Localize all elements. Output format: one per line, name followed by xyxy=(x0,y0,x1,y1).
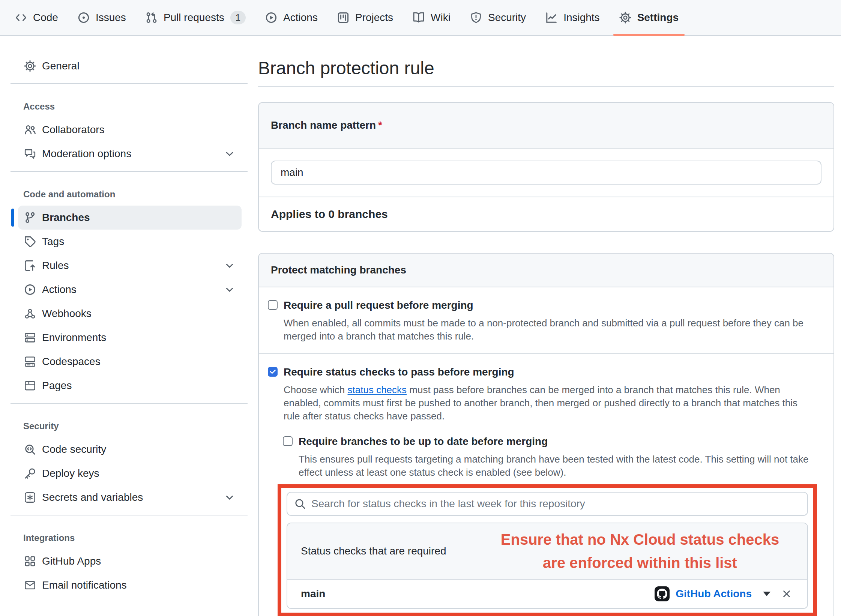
status-checks-link[interactable]: status checks xyxy=(348,384,407,395)
branch-name-pattern-input[interactable] xyxy=(271,161,821,185)
gear-icon xyxy=(24,60,36,72)
require-pr-checkbox[interactable] xyxy=(268,300,278,310)
up-to-date-checkbox[interactable] xyxy=(283,436,293,446)
tag-icon xyxy=(24,236,36,248)
sidebar-item-label: Secrets and variables xyxy=(42,491,143,503)
people-icon xyxy=(24,124,36,136)
x-icon xyxy=(781,588,792,599)
sidebar-section-code-automation: Code and automation xyxy=(11,177,248,206)
status-check-provider-link[interactable]: GitHub Actions xyxy=(676,588,752,600)
tab-projects[interactable]: Projects xyxy=(331,0,399,35)
sidebar-item-label: Actions xyxy=(42,284,77,296)
search-icon xyxy=(294,498,306,510)
annotation-line-1: Ensure that no Nx Cloud status checks xyxy=(475,528,805,551)
key-icon xyxy=(24,467,36,479)
sidebar-item-label: Moderation options xyxy=(42,148,131,160)
pattern-card-header: Branch name pattern* xyxy=(259,103,833,149)
sidebar-item-collaborators[interactable]: Collaborators xyxy=(18,118,242,142)
page-title: Branch protection rule xyxy=(258,36,834,87)
sidebar-item-webhooks[interactable]: Webhooks xyxy=(18,302,242,326)
tab-label: Security xyxy=(488,12,526,24)
require-pr-label: Require a pull request before merging xyxy=(284,298,473,313)
remove-status-check-button[interactable] xyxy=(781,588,792,599)
gear-icon xyxy=(619,12,631,24)
required-asterisk: * xyxy=(378,119,382,131)
chevron-down-icon xyxy=(224,260,236,272)
status-check-row: main GitHub Actions xyxy=(287,580,807,608)
sidebar-item-moderation-options[interactable]: Moderation options xyxy=(18,142,242,166)
sidebar-item-label: General xyxy=(42,60,80,72)
sidebar-item-label: Code security xyxy=(42,443,106,455)
git-branch-icon xyxy=(24,212,36,224)
sidebar-section-integrations: Integrations xyxy=(11,521,248,549)
pattern-input-row xyxy=(259,149,833,197)
required-status-checks-box: Status checks that are required Ensure t… xyxy=(287,523,808,609)
status-checks-search xyxy=(287,492,808,516)
pattern-label: Branch name pattern xyxy=(271,119,376,131)
description-text: Choose which xyxy=(284,384,348,395)
sidebar-item-codespaces[interactable]: Codespaces xyxy=(18,350,242,374)
require-status-checks-checkbox[interactable] xyxy=(268,367,278,377)
sidebar-item-actions[interactable]: Actions xyxy=(18,278,242,302)
sidebar-item-branches[interactable]: Branches xyxy=(18,206,242,230)
sidebar-item-tags[interactable]: Tags xyxy=(18,230,242,254)
sidebar-item-label: Deploy keys xyxy=(42,467,99,479)
repo-tab-bar: Code Issues Pull requests 1 Actions Proj… xyxy=(0,0,841,36)
tab-code[interactable]: Code xyxy=(9,0,64,35)
tab-label: Issues xyxy=(96,12,126,24)
sidebar-item-label: Pages xyxy=(42,380,72,392)
sidebar-item-label: Webhooks xyxy=(42,308,92,320)
up-to-date-block: Require branches to be up to date before… xyxy=(283,434,821,479)
tab-actions[interactable]: Actions xyxy=(259,0,324,35)
required-status-checks-header: Status checks that are required Ensure t… xyxy=(287,523,807,580)
sidebar-item-github-apps[interactable]: GitHub Apps xyxy=(18,549,242,573)
sidebar-section-security: Security xyxy=(11,409,248,437)
main-content: Branch protection rule Branch name patte… xyxy=(258,36,834,616)
book-icon xyxy=(413,12,425,24)
sidebar-item-label: Environments xyxy=(42,332,106,344)
browser-icon xyxy=(24,380,36,392)
sidebar-item-environments[interactable]: Environments xyxy=(18,326,242,350)
provider-dropdown-caret-icon[interactable] xyxy=(763,592,770,596)
tab-pull-requests[interactable]: Pull requests 1 xyxy=(140,0,252,35)
check-icon xyxy=(269,368,276,376)
tab-label: Pull requests xyxy=(164,12,224,24)
tab-label: Settings xyxy=(637,12,679,24)
tab-label: Actions xyxy=(283,12,318,24)
tab-wiki[interactable]: Wiki xyxy=(407,0,457,35)
sidebar-item-general[interactable]: General xyxy=(18,54,242,78)
status-checks-search-input[interactable] xyxy=(287,492,808,516)
sidebar-item-label: Rules xyxy=(42,260,69,272)
project-icon xyxy=(337,12,349,24)
sidebar-item-label: Codespaces xyxy=(42,356,101,368)
rule-icon xyxy=(24,260,36,272)
sidebar-item-email-notifications[interactable]: Email notifications xyxy=(18,573,242,597)
sidebar-divider xyxy=(11,171,248,172)
tab-insights[interactable]: Insights xyxy=(539,0,606,35)
mail-icon xyxy=(24,579,36,591)
sidebar-divider xyxy=(11,403,248,404)
sidebar-item-pages[interactable]: Pages xyxy=(18,374,242,398)
pull-requests-count-badge: 1 xyxy=(230,11,246,24)
webhook-icon xyxy=(24,308,36,320)
sidebar-item-label: Email notifications xyxy=(42,579,127,591)
require-status-checks-description: Choose which status checks must pass bef… xyxy=(284,383,809,423)
sidebar-item-rules[interactable]: Rules xyxy=(18,254,242,278)
protect-card-header: Protect matching branches xyxy=(259,254,833,287)
tab-issues[interactable]: Issues xyxy=(72,0,132,35)
tab-label: Code xyxy=(33,12,58,24)
sidebar-item-deploy-keys[interactable]: Deploy keys xyxy=(18,461,242,485)
sidebar-item-secrets-variables[interactable]: Secrets and variables xyxy=(18,485,242,509)
sidebar-item-code-security[interactable]: Code security xyxy=(18,437,242,461)
require-status-checks-label: Require status checks to pass before mer… xyxy=(284,365,514,380)
comment-discussion-icon xyxy=(24,148,36,160)
tab-security[interactable]: Security xyxy=(464,0,532,35)
annotation-highlight-rectangle: Status checks that are required Ensure t… xyxy=(278,484,817,616)
require-status-checks-block: Require status checks to pass before mer… xyxy=(259,353,833,616)
up-to-date-label: Require branches to be up to date before… xyxy=(299,434,548,449)
protect-matching-branches-card: Protect matching branches Require a pull… xyxy=(258,253,834,616)
status-check-name: main xyxy=(301,588,325,600)
tab-settings[interactable]: Settings xyxy=(613,0,685,35)
octocat-icon xyxy=(657,589,667,599)
chevron-down-icon xyxy=(224,491,236,503)
